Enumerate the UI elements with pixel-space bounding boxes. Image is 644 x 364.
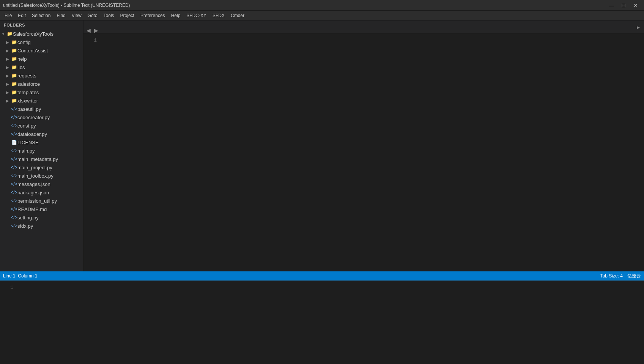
tree-item-main_project.py[interactable]: </>main_project.py [0, 163, 83, 172]
folder-icon: 📁 [11, 39, 17, 45]
tree-item-LICENSE[interactable]: 📄LICENSE [0, 138, 83, 147]
tree-item-salesforce[interactable]: ▶📁salesforce [0, 80, 83, 88]
title-bar: untitled (SalesforceXyTools) - Sublime T… [0, 0, 644, 11]
file-icon: </> [11, 115, 17, 120]
tree-item-label: main.py [17, 148, 83, 154]
file-icon: </> [11, 131, 17, 137]
plugin-label: 亿速云 [627, 273, 641, 279]
tree-item-label: packages.json [17, 190, 83, 195]
file-icon: </> [11, 173, 17, 178]
tree-item-label: config [17, 39, 83, 45]
tree-item-requests[interactable]: ▶📁requests [0, 71, 83, 80]
nav-arrow-left[interactable]: ◀ [85, 27, 92, 33]
line-numbers: 1 [83, 34, 101, 271]
window-title: untitled (SalesforceXyTools) - Sublime T… [3, 3, 130, 8]
tree-item-config[interactable]: ▶📁config [0, 38, 83, 46]
folder-icon: 📁 [11, 65, 17, 70]
nav-arrows: ◀ ▶ [83, 27, 101, 33]
tree-item-label: sfdx.py [17, 223, 83, 229]
tab-size: Tab Size: 4 [600, 273, 623, 279]
chevron-icon: ▶ [5, 40, 11, 44]
tree-item-contentassist[interactable]: ▶📁ContentAssist [0, 46, 83, 55]
close-button[interactable]: ✕ [630, 2, 641, 9]
tree-item-label: help [17, 56, 83, 62]
tree-item-README.md[interactable]: </>README.md [0, 205, 83, 213]
tree-item-label: requests [17, 73, 83, 79]
tree-item-main_toolbox.py[interactable]: </>main_toolbox.py [0, 172, 83, 180]
nav-arrow-right[interactable]: ▶ [93, 27, 99, 33]
tree-item-dataloader.py[interactable]: </>dataloader.py [0, 130, 83, 138]
chevron-icon: ▶ [5, 65, 11, 69]
folder-icon: 📁 [11, 56, 17, 61]
file-icon: 📄 [11, 140, 17, 145]
file-icon: </> [11, 181, 17, 187]
menu-item-preferences[interactable]: Preferences [137, 12, 168, 19]
menu-item-cmder[interactable]: Cmder [228, 12, 247, 19]
chevron-icon: ▶ [5, 74, 11, 78]
code-editor[interactable] [101, 34, 644, 271]
menu-item-edit[interactable]: Edit [15, 12, 29, 19]
file-icon: </> [11, 148, 17, 153]
tree-item-const.py[interactable]: </>const.py [0, 121, 83, 130]
sidebar: FOLDERS ▾📁SalesforceXyTools▶📁config▶📁Con… [0, 20, 83, 271]
tree-item-label: libs [17, 65, 83, 70]
tree-item-permission_util.py[interactable]: </>permission_util.py [0, 197, 83, 205]
menu-item-goto[interactable]: Goto [85, 12, 101, 19]
tree-item-label: baseutil.py [17, 106, 83, 112]
menu-item-view[interactable]: View [69, 12, 85, 19]
menu-item-find[interactable]: Find [54, 12, 68, 19]
tree-item-help[interactable]: ▶📁help [0, 55, 83, 63]
menu-item-project[interactable]: Project [117, 12, 137, 19]
tree-item-label: setting.py [17, 215, 83, 221]
tree-item-label: salesforce [17, 81, 83, 87]
file-icon: </> [11, 198, 17, 203]
menu-item-tools[interactable]: Tools [101, 12, 117, 19]
tree-item-templates[interactable]: ▶📁templates [0, 88, 83, 96]
tree-item-main.py[interactable]: </>main.py [0, 147, 83, 155]
tree-item-messages.json[interactable]: </>messages.json [0, 180, 83, 188]
tree-item-label: SalesforceXyTools [13, 31, 83, 37]
status-bar: Line 1, Column 1 Tab Size: 4 亿速云 [0, 271, 644, 280]
file-icon: </> [11, 156, 17, 162]
tree-item-codecreator.py[interactable]: </>codecreator.py [0, 113, 83, 121]
tree-item-label: main_project.py [17, 165, 83, 170]
tree-item-label: main_metadata.py [17, 156, 83, 162]
chevron-icon: ▶ [5, 57, 11, 61]
tree-item-baseutil.py[interactable]: </>baseutil.py [0, 105, 83, 113]
tree-item-label: permission_util.py [17, 198, 83, 204]
menu-item-help[interactable]: Help [168, 12, 184, 19]
menu-item-sfdc-xy[interactable]: SFDC-XY [183, 12, 209, 19]
editor-content: 1 [83, 34, 644, 271]
tree-item-libs[interactable]: ▶📁libs [0, 63, 83, 71]
editor-tabs-bar: ◀ ▶ ▸ [83, 20, 644, 34]
chevron-icon: ▾ [0, 32, 6, 36]
menu-item-selection[interactable]: Selection [29, 12, 54, 19]
folder-icon: 📁 [11, 98, 17, 103]
folder-icon: 📁 [6, 31, 13, 36]
bottom-line-numbers: 1 [0, 281, 17, 364]
chevron-icon: ▶ [5, 49, 11, 53]
tree-item-label: messages.json [17, 181, 83, 187]
file-icon: </> [11, 206, 17, 212]
minimap-toggle[interactable]: ▸ [633, 20, 644, 34]
tree-item-sfdx.py[interactable]: </>sfdx.py [0, 222, 83, 230]
file-icon: </> [11, 190, 17, 195]
tree-item-label: dataloader.py [17, 131, 83, 137]
tree-item-setting.py[interactable]: </>setting.py [0, 213, 83, 222]
tree-item-label: templates [17, 90, 83, 95]
tree-item-salesforcexytools[interactable]: ▾📁SalesforceXyTools [0, 30, 83, 38]
tree-item-label: codecreator.py [17, 115, 83, 120]
menu-item-file[interactable]: File [2, 12, 15, 19]
main-area: FOLDERS ▾📁SalesforceXyTools▶📁config▶📁Con… [0, 20, 644, 271]
maximize-button[interactable]: □ [618, 2, 629, 9]
folder-icon: 📁 [11, 81, 17, 87]
tree-item-label: ContentAssist [17, 48, 83, 54]
tree-item-label: LICENSE [17, 140, 83, 145]
menu-item-sfdx[interactable]: SFDX [209, 12, 228, 19]
folder-icon: 📁 [11, 73, 17, 78]
tree-item-xlsxwriter[interactable]: ▶📁xlsxwriter [0, 96, 83, 105]
tree-item-packages.json[interactable]: </>packages.json [0, 188, 83, 197]
folder-icon: 📁 [11, 90, 17, 95]
tree-item-main_metadata.py[interactable]: </>main_metadata.py [0, 155, 83, 163]
minimize-button[interactable]: — [606, 2, 617, 9]
